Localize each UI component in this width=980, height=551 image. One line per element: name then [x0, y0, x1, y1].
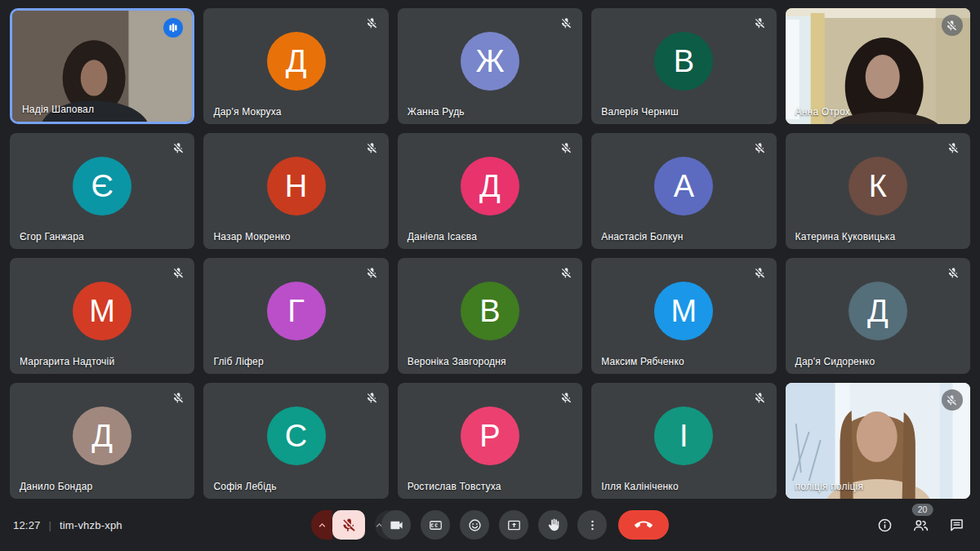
mic-off-icon — [341, 518, 357, 533]
mic-muted-icon — [365, 140, 380, 155]
avatar: Г — [267, 282, 326, 340]
participant-tile-8[interactable]: Д Даніела Ісаєва — [398, 133, 582, 249]
participant-tile-9[interactable]: А Анастасія Болкун — [591, 133, 776, 249]
participant-name: Дар'я Мокруха — [213, 106, 281, 118]
mic-muted-icon — [171, 265, 185, 280]
participant-tile-3[interactable]: Ж Жанна Рудь — [398, 8, 582, 124]
people-panel-group: 20 — [910, 514, 931, 535]
leave-call-button[interactable] — [618, 510, 669, 540]
call-end-icon — [635, 516, 653, 534]
participant-tile-1[interactable]: Надія Шаповал — [10, 8, 194, 124]
reactions-button[interactable] — [460, 510, 489, 540]
mic-muted-icon — [171, 140, 185, 155]
participant-tile-14[interactable]: М Максим Рябченко — [591, 258, 776, 374]
participant-tile-15[interactable]: Д Дар'я Сидоренко — [786, 258, 970, 374]
microphone-button[interactable] — [332, 510, 365, 540]
participant-grid: Надія Шаповал Д Дар'я Мокруха Ж Жанна Ру… — [0, 0, 980, 499]
more-options-button[interactable] — [577, 510, 607, 540]
participant-tile-11[interactable]: М Маргарита Надточій — [10, 258, 194, 374]
participant-name: Дар'я Сидоренко — [795, 356, 875, 367]
mic-muted-icon — [559, 16, 573, 30]
mic-muted-icon — [753, 16, 768, 30]
participant-name: Вероніка Завгородня — [408, 356, 506, 367]
captions-button[interactable] — [421, 510, 450, 540]
participant-name: Гліб Ліфер — [213, 356, 263, 367]
mic-muted-icon — [171, 390, 185, 405]
participant-name: Данило Бондар — [20, 481, 92, 492]
participant-name: Анастасія Болкун — [601, 231, 683, 242]
hand-icon — [546, 518, 561, 533]
participant-name: Катерина Куковицька — [795, 231, 896, 242]
mic-muted-icon — [753, 140, 768, 155]
control-bar: 12:27 | tim-vhzb-xph 20 — [0, 499, 980, 551]
avatar: Д — [461, 157, 519, 216]
mic-muted-icon — [947, 140, 961, 155]
separator: | — [49, 519, 51, 531]
call-controls — [311, 510, 669, 540]
mic-options-chevron[interactable] — [311, 510, 332, 540]
avatar: М — [73, 282, 131, 340]
participant-tile-13[interactable]: В Вероніка Завгородня — [398, 258, 582, 374]
participant-tile-5[interactable]: Анна Отрох — [786, 8, 970, 124]
avatar: К — [849, 157, 907, 216]
chevron-up-icon — [316, 519, 328, 531]
participant-name: Жанна Рудь — [408, 106, 465, 118]
closed-captions-icon — [428, 518, 443, 533]
participant-count-badge: 20 — [912, 504, 933, 516]
avatar: С — [267, 407, 326, 465]
smiley-icon — [467, 518, 483, 533]
avatar: Р — [461, 407, 519, 465]
participant-tile-7[interactable]: Н Назар Мокренко — [203, 133, 388, 249]
camera-button[interactable] — [381, 510, 411, 540]
avatar: І — [654, 407, 713, 465]
avatar: Н — [267, 157, 326, 216]
mic-muted-icon — [365, 265, 380, 280]
present-to-all-icon — [506, 518, 522, 533]
mic-muted-icon — [947, 265, 961, 280]
participant-tile-10[interactable]: К Катерина Куковицька — [786, 133, 970, 249]
meeting-details-button[interactable] — [874, 514, 895, 535]
meeting-code: tim-vhzb-xph — [60, 519, 122, 531]
participant-name: Назар Мокренко — [213, 231, 290, 242]
participant-name: Надія Шаповал — [22, 104, 94, 115]
participant-name: Даніела Ісаєва — [408, 231, 477, 242]
camera-control-group — [375, 510, 411, 540]
chat-button[interactable] — [946, 514, 967, 535]
participant-tile-19[interactable]: І Ілля Калініченко — [591, 383, 776, 499]
participant-name: Єгор Ганжара — [20, 231, 84, 242]
mic-muted-icon — [559, 140, 573, 155]
participant-tile-18[interactable]: Р Ростислав Товстуха — [398, 383, 582, 499]
avatar: Д — [267, 32, 326, 91]
meeting-info: 12:27 | tim-vhzb-xph — [13, 519, 311, 531]
panel-controls: 20 — [669, 514, 967, 535]
people-icon — [912, 517, 929, 534]
participant-tile-4[interactable]: В Валерія Черниш — [591, 8, 776, 124]
avatar: М — [654, 282, 713, 340]
audio-level-indicator — [163, 18, 183, 38]
chat-icon — [948, 517, 965, 534]
more-vert-icon — [585, 518, 600, 533]
avatar: В — [654, 32, 713, 91]
participant-tile-17[interactable]: С Софія Лебідь — [203, 383, 388, 499]
mic-control-group — [311, 510, 365, 540]
raise-hand-button[interactable] — [538, 510, 568, 540]
participant-tile-12[interactable]: Г Гліб Ліфер — [203, 258, 388, 374]
videocam-icon — [389, 518, 404, 533]
mic-muted-icon — [365, 16, 380, 30]
participant-tile-20[interactable]: поліція поліція — [786, 383, 970, 499]
mic-muted-icon — [753, 390, 768, 405]
participant-name: Анна Отрох — [795, 106, 850, 118]
participant-tile-6[interactable]: Є Єгор Ганжара — [10, 133, 194, 249]
participant-name: Максим Рябченко — [601, 356, 684, 367]
participant-name: Ростислав Товстуха — [408, 481, 501, 492]
people-button[interactable] — [910, 514, 931, 535]
participant-tile-2[interactable]: Д Дар'я Мокруха — [203, 8, 388, 124]
avatar: Є — [73, 157, 131, 216]
avatar: А — [654, 157, 713, 216]
avatar: Д — [73, 407, 131, 465]
mic-muted-icon — [365, 390, 380, 405]
participant-tile-16[interactable]: Д Данило Бондар — [10, 383, 194, 499]
present-screen-button[interactable] — [499, 510, 528, 540]
avatar: Д — [849, 282, 907, 340]
avatar: В — [461, 282, 519, 340]
